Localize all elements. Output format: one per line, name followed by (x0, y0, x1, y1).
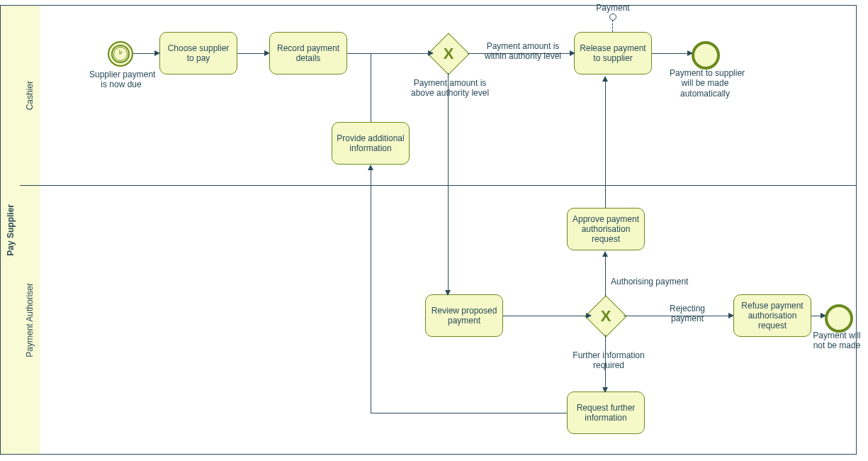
flow (371, 169, 371, 413)
task-review-payment-label: Review proposed payment (429, 306, 500, 326)
arrowhead (602, 76, 608, 82)
arrowhead (821, 313, 826, 318)
task-record-details-label: Record payment details (273, 43, 344, 63)
pool-title-label: Pay Supplier (6, 204, 16, 256)
message-origin (609, 13, 616, 21)
bpmn-canvas: Pay Supplier Cashier Payment Authoriser … (0, 0, 868, 461)
task-release-payment-label: Release payment to supplier (577, 43, 648, 63)
arrowhead (586, 313, 592, 318)
pool-title: Pay Supplier (0, 5, 21, 455)
flow (811, 316, 821, 316)
end-event-refused (825, 304, 853, 333)
arrowhead (570, 50, 575, 56)
task-review-payment: Review proposed payment (425, 294, 503, 337)
task-refuse: Refuse payment authorisation request (733, 294, 811, 337)
gateway-label-info: Further information required (570, 350, 648, 371)
xor-icon: X (434, 40, 463, 68)
arrowhead (687, 50, 693, 56)
message-label: Payment (577, 3, 648, 13)
task-approve: Approve payment authorisation request (567, 208, 645, 250)
flow (371, 413, 567, 413)
gateway-label-reject: Rejecting payment (670, 304, 705, 324)
lane-cashier-label: Cashier (25, 81, 35, 110)
task-approve-label: Approve payment authorisation request (570, 214, 641, 244)
flow (237, 53, 264, 54)
flow (371, 54, 371, 122)
task-release-payment: Release payment to supplier (574, 32, 652, 74)
flow (605, 80, 606, 208)
task-record-details: Record payment details (269, 32, 347, 74)
arrowhead (445, 290, 451, 296)
task-request-info: Request further information (567, 391, 645, 434)
gateway-label-within: Payment amount is within authority level (480, 41, 565, 62)
arrowhead (602, 251, 608, 257)
flow (133, 53, 154, 54)
arrowhead (154, 50, 160, 56)
task-choose-supplier-label: Choose supplier to pay (163, 43, 234, 63)
start-event-timer (108, 41, 133, 67)
lane-title-authoriser: Payment Authoriser (20, 185, 40, 455)
gateway-label-auth: Authorising payment (611, 277, 688, 287)
arrowhead (728, 313, 734, 318)
lane-title-cashier: Cashier (20, 5, 40, 187)
flow (347, 53, 428, 54)
flow (605, 255, 606, 296)
arrowhead (368, 165, 373, 170)
arrowhead (428, 50, 434, 56)
end-event-refused-label: Payment will not be made (805, 331, 868, 351)
lane-authoriser-label: Payment Authoriser (25, 283, 35, 357)
arrowhead (602, 387, 608, 393)
task-request-info-label: Request further information (570, 403, 641, 423)
gateway-label-above: Payment amount is above authority level (411, 78, 489, 99)
message-flow (612, 20, 613, 32)
end-event-paid (692, 41, 720, 70)
clock-icon (113, 47, 128, 61)
task-choose-supplier: Choose supplier to pay (159, 32, 237, 74)
flow (652, 53, 687, 54)
end-event-paid-label: Payment to supplier will be made automat… (670, 68, 740, 99)
flow (503, 316, 586, 316)
flow (448, 73, 449, 294)
arrowhead (264, 50, 270, 56)
task-refuse-label: Refuse payment authorisation request (737, 301, 808, 331)
xor-icon-2: X (592, 302, 620, 331)
start-event-label: Supplier payment is now due (89, 70, 153, 90)
task-provide-info-label: Provide additional information (335, 133, 406, 153)
task-provide-info: Provide additional information (332, 122, 410, 165)
